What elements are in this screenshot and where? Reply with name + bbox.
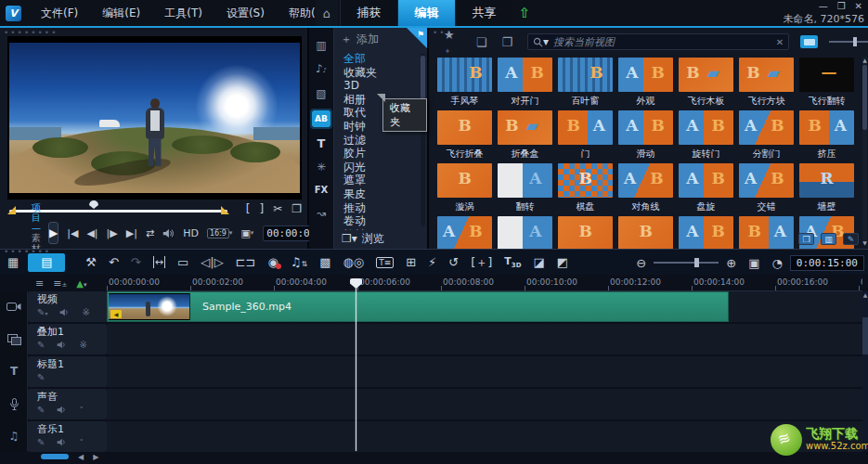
split-clip-icon[interactable]: ✂ — [273, 202, 282, 215]
ripple-edit-icon[interactable]: ✎ — [37, 405, 45, 415]
clear-search-icon[interactable]: ✕ — [776, 37, 784, 47]
thumbnail-size-slider[interactable] — [829, 41, 868, 43]
transition-item-漩涡[interactable]: B漩涡 — [434, 162, 495, 215]
show-options-icon[interactable]: ▥ — [821, 233, 836, 245]
track-header-overlay[interactable]: 叠加1✎※ — [28, 324, 107, 354]
motion-tracking-icon[interactable]: ⚡ — [428, 255, 436, 269]
category-10[interactable]: 果皮 — [334, 187, 428, 201]
mark-out-button[interactable]: ] — [259, 202, 264, 215]
ripple-edit-icon[interactable]: ✎ — [37, 437, 45, 447]
timeline-zoom-slider[interactable] — [654, 262, 719, 264]
menu-item-3[interactable]: 设置(S) — [214, 6, 277, 21]
track-header-voice[interactable]: 声音✎˅ — [28, 389, 107, 419]
undo-icon[interactable]: ↶ — [109, 255, 119, 269]
track-mute-icon[interactable] — [59, 308, 70, 316]
category-0[interactable]: 全部 — [334, 52, 428, 66]
tab-1[interactable]: 编辑 — [397, 0, 455, 26]
category-1[interactable]: 收藏夹 — [334, 66, 428, 80]
timeline-clip[interactable]: ◀Sample_360.mp4 — [107, 291, 729, 322]
motion-path-icon[interactable]: ↝ — [317, 207, 326, 220]
paste-attributes-icon[interactable]: ❐ — [501, 35, 512, 49]
transition-item-24[interactable]: B — [615, 215, 676, 249]
resize-frame-icon[interactable]: ▭ — [177, 255, 188, 269]
track-type-overlay-icon[interactable] — [0, 332, 28, 345]
transition-item-对角线[interactable]: AB对角线 — [615, 162, 676, 215]
transition-item-26[interactable]: BA — [736, 215, 797, 249]
track-collapse-icon[interactable]: ˅ — [79, 406, 84, 415]
play-button[interactable]: ▶ — [48, 222, 58, 244]
ripple-edit-icon[interactable]: ✎ — [37, 340, 45, 350]
go-end-button[interactable]: ▶| — [126, 227, 137, 239]
scroll-up-icon[interactable]: ▲ — [862, 57, 868, 63]
tab-0[interactable]: 捕获 — [340, 0, 397, 26]
track-type-voice-icon[interactable] — [0, 397, 28, 410]
track-header-music[interactable]: 音乐1✎˅ — [28, 421, 107, 452]
tools-icon[interactable]: ⚒ — [85, 255, 97, 269]
category-2[interactable]: 3D — [334, 79, 428, 93]
media-icon[interactable]: ▥ — [316, 39, 326, 52]
track-mute-icon[interactable] — [57, 341, 67, 349]
track-mute-icon[interactable] — [57, 406, 67, 414]
transition-item-21[interactable]: AB — [434, 215, 495, 249]
hd-toggle[interactable]: HD — [183, 227, 199, 239]
track-header-video[interactable]: 视频✎▾※ — [28, 291, 107, 322]
transition-item-飞行方块[interactable]: ▰B飞行方块 — [736, 57, 797, 110]
filter-icon[interactable]: FX — [315, 184, 329, 197]
mark-in-button[interactable]: [ — [246, 202, 251, 215]
scrub-bar[interactable] — [9, 210, 227, 213]
track-manager-icon[interactable]: ≡ — [35, 277, 44, 290]
zoom-in-icon[interactable]: ⊕ — [726, 256, 736, 270]
repeat-button[interactable]: ⇄ — [146, 227, 154, 239]
transition-item-滑动[interactable]: AB滑动 — [615, 110, 676, 162]
scroll-down-icon[interactable]: ▼ — [862, 239, 868, 246]
track-row-voice[interactable] — [107, 389, 862, 419]
insert-gap-icon[interactable]: ⊏⊐ — [236, 255, 256, 269]
transition-item-对开门[interactable]: AB对开门 — [495, 57, 555, 110]
transition-item-25[interactable]: AB — [676, 215, 736, 249]
transition-item-飞行折叠[interactable]: B飞行折叠 — [434, 110, 495, 162]
search-input[interactable]: ▾ 搜索当前视图 ✕ — [527, 33, 789, 50]
transition-item-手风琴[interactable]: B手风琴 — [434, 57, 495, 110]
next-frame-button[interactable]: |▶ — [107, 227, 118, 239]
transition-item-23[interactable]: B — [555, 215, 615, 249]
track-list-icon[interactable]: ≡± — [53, 277, 67, 290]
edit-panel-icon[interactable]: ✎ — [843, 233, 859, 245]
upgrade-arrow-icon[interactable]: ⇧ — [512, 0, 537, 26]
add-track-icon[interactable]: ▲▾ — [76, 278, 86, 289]
transition-item-外观[interactable]: AB外观 — [615, 57, 676, 110]
fit-timeline-icon[interactable]: ▣ — [748, 256, 759, 270]
track-mute-icon[interactable] — [57, 438, 67, 446]
show-library-icon[interactable]: ❒ — [798, 233, 814, 245]
tab-2[interactable]: 共享 — [455, 0, 512, 26]
volume-button[interactable] — [162, 227, 175, 239]
menu-item-0[interactable]: 文件(F) — [29, 6, 90, 21]
browse-button[interactable]: ❒▾ 浏览 — [334, 230, 428, 247]
transition-item-墙壁[interactable]: R墙壁 — [797, 162, 857, 215]
timeline-ruler[interactable]: 00:00:00:0000:00:02:0000:00:04:0000:00:0… — [107, 275, 862, 291]
transition-item-翻转[interactable]: A翻转 — [495, 162, 555, 215]
scrub-playhead[interactable] — [89, 200, 98, 209]
transition-item-折叠盒[interactable]: ▰B折叠盒 — [495, 110, 555, 162]
transition-icon[interactable]: AB — [312, 110, 330, 127]
trim-end-handle[interactable] — [221, 206, 229, 214]
storyboard-view-icon[interactable]: ▦ — [7, 255, 19, 269]
speech-to-text-icon[interactable]: ↺ — [448, 255, 459, 269]
project-duration-icon[interactable]: ◔ — [771, 256, 782, 270]
layers-icon[interactable]: ◪ — [534, 255, 545, 269]
fit-project-icon[interactable]: ↔ — [153, 256, 165, 268]
track-disable-icon[interactable]: ※ — [82, 307, 89, 317]
transition-item-盘旋[interactable]: AB盘旋 — [676, 162, 736, 215]
title-3d-icon[interactable]: T3D — [504, 255, 521, 269]
restore-button[interactable]: ❐ — [837, 1, 846, 11]
mask-creator-icon[interactable]: [＋] — [471, 254, 492, 271]
panel-grip[interactable]: •••••••• — [4, 30, 58, 35]
track-row-overlay[interactable] — [107, 324, 862, 354]
auto-music-icon[interactable]: ▩ — [319, 255, 330, 269]
ripple-edit-icon[interactable]: ◁|▷ — [201, 255, 223, 269]
track-row-music[interactable] — [107, 421, 862, 452]
menu-item-2[interactable]: 工具(T) — [152, 6, 214, 21]
minimize-button[interactable]: — — [819, 1, 828, 11]
multicam-icon[interactable]: ⊞ — [406, 255, 416, 269]
home-icon[interactable]: ⌂ — [316, 0, 338, 26]
audio-icon[interactable]: ♪♪ — [316, 62, 327, 77]
